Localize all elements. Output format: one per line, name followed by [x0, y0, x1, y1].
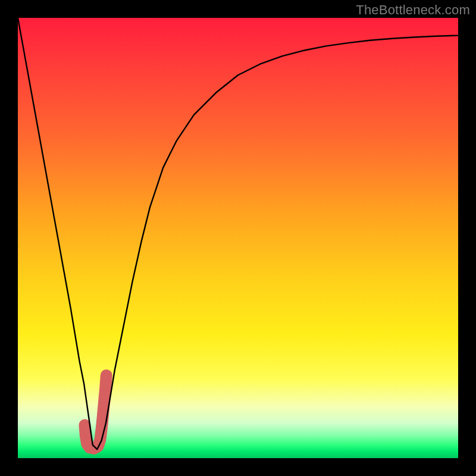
watermark-text: TheBottleneck.com — [356, 2, 470, 18]
chart-frame: TheBottleneck.com — [0, 0, 476, 476]
bottleneck-curve — [18, 18, 458, 449]
plot-area — [18, 18, 458, 458]
chart-svg — [18, 18, 458, 458]
